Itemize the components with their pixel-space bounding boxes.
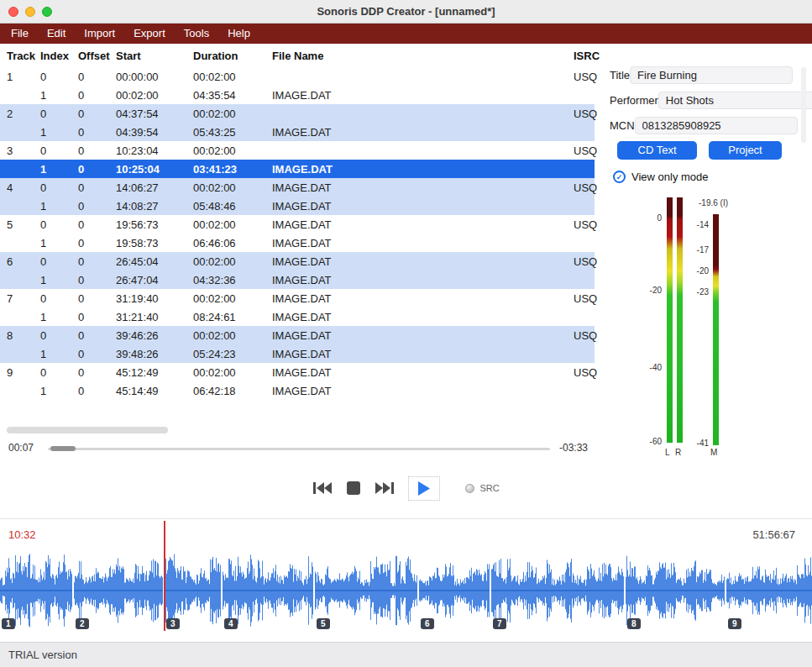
track-table-row[interactable]: 20004:37:5400:02:00USQ	[0, 104, 595, 123]
cell-duration: 04:32:36	[193, 274, 272, 286]
track-table-row[interactable]: 1004:39:5405:43:25IMAGE.DAT	[0, 123, 595, 141]
track-table-row[interactable]: 70031:19:4000:02:00IMAGE.DATUSQ	[0, 289, 595, 307]
cell-start: 14:06:27	[116, 181, 193, 194]
waveform-segment-1[interactable]: 1	[0, 550, 72, 631]
cell-track: 3	[7, 144, 40, 157]
menu-item-export[interactable]: Export	[124, 24, 175, 44]
status-bar: TRIAL version	[0, 642, 812, 667]
track-table-row[interactable]: 1045:14:4906:42:18IMAGE.DAT	[0, 381, 595, 400]
cell-duration: 00:02:00	[193, 255, 272, 268]
play-button[interactable]	[408, 476, 440, 501]
cell-start: 26:47:04	[116, 274, 193, 286]
cell-offset: 0	[78, 89, 116, 102]
track-table-row[interactable]: 60026:45:0400:02:00IMAGE.DATUSQ	[0, 252, 595, 270]
view-only-check-icon[interactable]: ✓	[613, 171, 626, 183]
cell-start: 26:45:04	[116, 255, 193, 268]
cell-track: 8	[7, 329, 40, 342]
close-button[interactable]	[8, 7, 18, 17]
waveform-time-strip: 10:32 51:56:67	[0, 519, 812, 550]
waveform-track-badge: 6	[421, 618, 434, 629]
cell-duration: 00:02:00	[193, 181, 272, 194]
track-table-row[interactable]: 1026:47:0404:32:36IMAGE.DAT	[0, 270, 595, 289]
menu-item-file[interactable]: File	[2, 24, 38, 44]
track-table-row[interactable]: 80039:46:2600:02:00IMAGE.DATUSQ	[0, 326, 595, 344]
cell-offset: 0	[78, 274, 116, 286]
cell-file-name: IMAGE.DAT	[272, 237, 574, 249]
cell-offset: 0	[78, 108, 116, 120]
playhead-line[interactable]	[164, 521, 165, 631]
waveform-segment-5[interactable]: 5	[315, 550, 417, 631]
waveform-segment-4[interactable]: 4	[223, 550, 313, 631]
previous-track-button[interactable]	[312, 481, 333, 496]
waveform-track-badge: 2	[76, 618, 89, 629]
seek-slider-track[interactable]	[48, 448, 550, 450]
cell-start: 04:39:54	[116, 126, 193, 139]
waveform-segment-2[interactable]: 2	[74, 550, 163, 631]
track-table-row[interactable]: 50019:56:7300:02:00IMAGE.DATUSQ	[0, 215, 595, 234]
waveform-segment-8[interactable]: 8	[626, 550, 725, 631]
waveform-section: 10:32 51:56:67 123456789	[0, 518, 812, 631]
title-input[interactable]	[630, 66, 793, 84]
track-table-row[interactable]: 1039:48:2605:24:23IMAGE.DAT	[0, 344, 595, 363]
cd-text-button[interactable]: CD Text	[617, 141, 697, 160]
menu-item-tools[interactable]: Tools	[175, 24, 218, 44]
mcn-input[interactable]	[635, 117, 798, 134]
cell-index: 1	[40, 348, 78, 360]
waveform-segment-7[interactable]: 7	[491, 550, 624, 631]
waveform-track-badge: 7	[493, 618, 506, 629]
performer-input[interactable]	[658, 92, 812, 109]
minimize-button[interactable]	[25, 7, 35, 17]
track-table-row[interactable]: 1014:08:2705:48:46IMAGE.DAT	[0, 197, 595, 215]
status-text: TRIAL version	[8, 649, 77, 661]
lr-scale-20: -20	[640, 286, 662, 295]
table-horizontal-scrollbar[interactable]	[7, 427, 168, 433]
menu-item-import[interactable]: Import	[75, 24, 124, 44]
menu-item-edit[interactable]: Edit	[38, 24, 75, 44]
src-led-icon[interactable]	[465, 484, 474, 493]
seek-slider-handle[interactable]	[50, 446, 76, 451]
track-table-row[interactable]: 1010:25:0403:41:23IMAGE.DAT	[0, 160, 595, 178]
next-track-button[interactable]	[375, 481, 395, 496]
elapsed-time: 00:07	[8, 442, 34, 454]
waveform-segment-6[interactable]: 6	[419, 550, 490, 631]
track-table-row[interactable]: 1000:02:0004:35:54IMAGE.DAT	[0, 86, 595, 104]
track-table-row[interactable]: 40014:06:2700:02:00IMAGE.DATUSQ	[0, 178, 595, 197]
metadata-panel: Title Performer MCN CD Text Project ✓ Vi…	[595, 44, 812, 458]
cell-duration: 00:02:00	[193, 108, 272, 120]
play-icon	[416, 481, 432, 496]
lr-scale-0: 0	[640, 213, 662, 223]
level-meter-right	[677, 197, 683, 443]
lr-scale-60: -60	[640, 437, 662, 446]
stop-button[interactable]	[346, 481, 361, 496]
waveform-track-badge: 5	[317, 618, 330, 629]
cell-start: 45:12:49	[116, 366, 193, 379]
project-button[interactable]: Project	[709, 141, 782, 160]
column-header-start: Start	[116, 50, 193, 62]
cell-start: 45:14:49	[116, 385, 193, 397]
cell-index: 1	[40, 311, 78, 323]
track-table-row[interactable]: 1031:21:4008:24:61IMAGE.DAT	[0, 307, 595, 326]
track-table-row[interactable]: 10000:00:0000:02:00USQ	[0, 67, 595, 86]
cell-duration: 05:24:23	[193, 348, 272, 360]
waveform-segment-9[interactable]: 9	[726, 550, 812, 631]
column-header-isrc: ISRC	[574, 50, 595, 62]
menu-item-help[interactable]: Help	[218, 24, 259, 44]
cell-file-name: IMAGE.DAT	[272, 385, 574, 397]
panel-scrollbar[interactable]	[801, 67, 806, 143]
window-title: Sonoris DDP Creator - [unnamed*]	[317, 5, 495, 18]
cell-file-name: IMAGE.DAT	[272, 274, 574, 286]
track-table-row[interactable]: 1019:58:7306:46:06IMAGE.DAT	[0, 234, 595, 252]
cell-start: 10:23:04	[116, 144, 193, 157]
cell-track: 1	[7, 71, 40, 83]
waveform-segment-3[interactable]: 3	[165, 550, 221, 631]
cell-start: 19:58:73	[116, 237, 193, 249]
track-table-row[interactable]: 30010:23:0400:02:00USQ	[0, 141, 595, 160]
cell-index: 1	[40, 237, 78, 249]
cell-duration: 08:24:61	[193, 311, 272, 323]
track-table-row[interactable]: 90045:12:4900:02:00IMAGE.DATUSQ	[0, 363, 595, 381]
cell-start: 31:19:40	[116, 292, 193, 305]
zoom-button[interactable]	[42, 7, 52, 17]
cell-index: 0	[40, 329, 78, 342]
cell-isrc: USQ	[574, 255, 595, 268]
cell-start: 04:37:54	[116, 108, 193, 120]
